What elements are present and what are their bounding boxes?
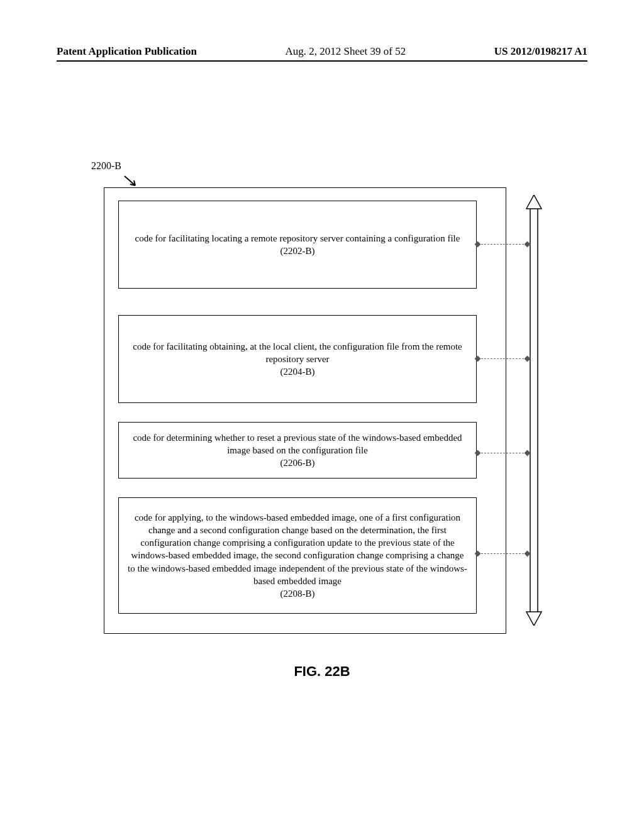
- figure-ref-label: 2200-B: [91, 160, 121, 172]
- connector-line-2: [478, 358, 527, 359]
- block-text: code for facilitating locating a remote …: [128, 232, 467, 245]
- block-id: (2208-B): [128, 587, 467, 600]
- vertical-double-arrow-icon: [526, 195, 542, 626]
- patent-page: Patent Application Publication Aug. 2, 2…: [0, 0, 644, 830]
- svg-marker-3: [526, 612, 541, 626]
- block-text: code for facilitating obtaining, at the …: [128, 340, 467, 366]
- flow-block-2204b: code for facilitating obtaining, at the …: [118, 315, 477, 403]
- block-text: code for determining whether to reset a …: [128, 431, 467, 457]
- header-left: Patent Application Publication: [57, 45, 197, 58]
- block-id: (2206-B): [128, 456, 467, 469]
- connector-line-4: [478, 553, 527, 554]
- header-center: Aug. 2, 2012 Sheet 39 of 52: [285, 45, 406, 58]
- flow-block-2206b: code for determining whether to reset a …: [118, 422, 477, 479]
- flow-block-2208b: code for applying, to the windows-based …: [118, 497, 477, 614]
- page-header: Patent Application Publication Aug. 2, 2…: [57, 45, 587, 58]
- block-text: code for applying, to the windows-based …: [128, 511, 467, 588]
- block-id: (2204-B): [128, 365, 467, 378]
- svg-marker-2: [526, 195, 541, 209]
- header-right: US 2012/0198217 A1: [494, 45, 587, 58]
- block-id: (2202-B): [128, 245, 467, 257]
- figure-caption: FIG. 22B: [0, 663, 644, 680]
- connector-line-1: [478, 244, 527, 245]
- header-rule: [57, 60, 587, 62]
- flow-container: code for facilitating locating a remote …: [104, 187, 506, 634]
- flow-block-2202b: code for facilitating locating a remote …: [118, 201, 477, 289]
- connector-line-3: [478, 453, 527, 453]
